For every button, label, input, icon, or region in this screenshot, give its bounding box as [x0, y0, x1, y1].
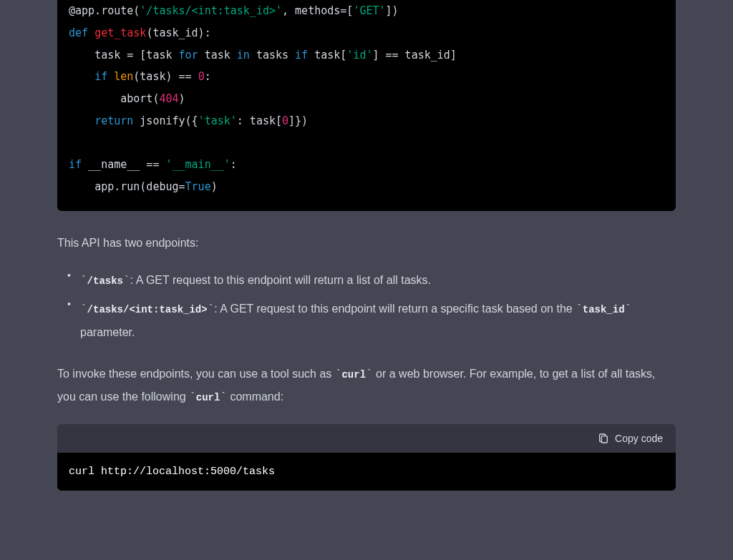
- curl-code: curl: [341, 369, 366, 380]
- endpoint-list: `/tasks`: A GET request to this endpoint…: [57, 269, 676, 343]
- invoke-text: To invoke these endpoints, you can use a…: [57, 363, 676, 408]
- code-block-header: Copy code: [57, 424, 676, 453]
- code-pre: @app.route('/tasks/<int:task_id>', metho…: [69, 0, 664, 198]
- copy-code-label: Copy code: [615, 433, 663, 444]
- intro-text: This API has two endpoints:: [57, 232, 676, 254]
- param-code: task_id: [583, 304, 625, 315]
- endpoint-code: /tasks/<int:task_id>: [87, 304, 208, 315]
- curl-command: curl http://localhost:5000/tasks: [69, 466, 275, 478]
- clipboard-icon: [598, 433, 609, 444]
- code-block-curl: curl http://localhost:5000/tasks: [57, 453, 676, 491]
- list-item: `/tasks/<int:task_id>`: A GET request to…: [57, 298, 676, 343]
- list-item: `/tasks`: A GET request to this endpoint…: [57, 269, 676, 293]
- svg-rect-0: [601, 436, 607, 443]
- curl-code: curl: [196, 392, 220, 403]
- code-block-python: @app.route('/tasks/<int:task_id>', metho…: [57, 0, 676, 211]
- endpoint-code: /tasks: [87, 275, 123, 287]
- copy-code-button[interactable]: Copy code: [598, 433, 663, 444]
